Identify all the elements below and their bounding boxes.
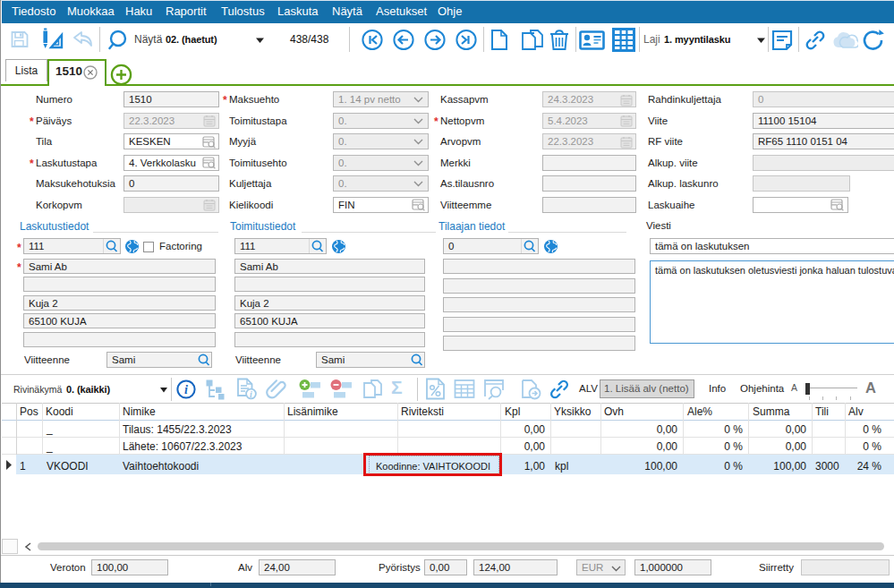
svg-text:i: i — [250, 389, 252, 399]
svg-text:i: i — [184, 383, 188, 396]
